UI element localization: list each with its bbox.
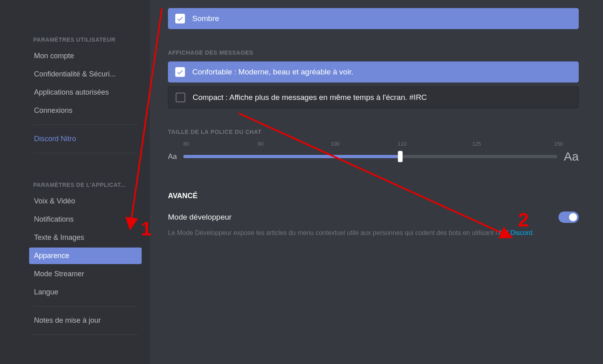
- option-label: Confortable : Moderne, beau et agréable …: [192, 68, 353, 76]
- developer-mode-toggle[interactable]: [558, 212, 579, 223]
- sidebar-item-label: Notes de mise à jour: [34, 316, 101, 324]
- slider-tick: 90: [258, 141, 263, 147]
- section-header-advanced: AVANCÉ: [168, 192, 579, 200]
- developer-mode-description: Le Mode Développeur expose les articles …: [168, 228, 579, 238]
- sidebar-item-changelog[interactable]: Notes de mise à jour: [29, 312, 142, 329]
- sidebar-item-label: Mon compte: [34, 52, 74, 60]
- desc-text: Le Mode Développeur expose les articles …: [168, 229, 498, 236]
- sidebar-item-voice-video[interactable]: Voix & Vidéo: [29, 193, 142, 210]
- developer-mode-label: Mode développeur: [168, 213, 231, 222]
- sidebar-item-label: Mode Streamer: [34, 270, 84, 278]
- message-option-cozy[interactable]: Confortable : Moderne, beau et agréable …: [168, 61, 579, 83]
- sidebar-item-label: Discord Nitro: [34, 135, 76, 143]
- sidebar-item-privacy[interactable]: Confidentialité & Sécuri...: [29, 66, 142, 83]
- sidebar-item-notifications[interactable]: Notifications: [29, 211, 142, 228]
- sidebar-item-nitro[interactable]: Discord Nitro: [29, 131, 142, 147]
- font-preview-small: Aa: [168, 152, 177, 161]
- sidebar-separator: [33, 153, 138, 153]
- toggle-knob: [569, 213, 577, 221]
- sidebar-item-label: Texte & Images: [34, 233, 84, 241]
- section-header-message-display: AFFICHAGE DES MESSAGES: [168, 49, 579, 56]
- sidebar-item-language[interactable]: Langue: [29, 284, 142, 301]
- sidebar-item-label: Applications autorisées: [34, 88, 109, 96]
- sidebar-item-text-images[interactable]: Texte & Images: [29, 229, 142, 246]
- slider-ticks: 80 90 100 110 125 150: [186, 141, 558, 148]
- section-header-font-size: TAILLE DE LA POLICE DU CHAT: [168, 129, 579, 135]
- option-label: Sombre: [192, 14, 219, 23]
- slider-tick: 110: [398, 141, 407, 147]
- slider-tick: 150: [554, 141, 563, 147]
- font-preview-large: Aa: [564, 150, 579, 163]
- font-size-slider-wrap: 80 90 100 110 125 150 Aa Aa: [168, 141, 579, 163]
- sidebar-separator: [33, 306, 138, 307]
- font-size-slider[interactable]: [183, 155, 557, 158]
- slider-thumb[interactable]: [398, 151, 403, 162]
- sidebar-item-streamer-mode[interactable]: Mode Streamer: [29, 266, 142, 282]
- message-option-compact[interactable]: Compact : Affiche plus de messages en mê…: [168, 87, 579, 108]
- sidebar-separator: [33, 334, 138, 335]
- checkmark-icon: [175, 14, 185, 23]
- slider-fill: [183, 155, 400, 158]
- settings-content: Sombre AFFICHAGE DES MESSAGES Confortabl…: [150, 0, 603, 364]
- developer-mode-row: Mode développeur: [168, 212, 579, 223]
- sidebar-item-label: Connexions: [34, 106, 72, 114]
- slider-tick: 100: [331, 141, 340, 147]
- sidebar-item-label: Langue: [34, 288, 58, 296]
- sidebar-item-label: Notifications: [34, 215, 74, 223]
- sidebar-item-connections[interactable]: Connexions: [29, 102, 142, 119]
- sidebar-separator: [33, 125, 138, 125]
- sidebar-item-account[interactable]: Mon compte: [29, 48, 142, 64]
- sidebar-item-label: Apparence: [34, 252, 69, 260]
- sidebar-header-app: PARAMÈTRES DE L'APPLICAT...: [29, 182, 142, 188]
- checkbox-empty-icon: [176, 93, 185, 102]
- sidebar-header-user: PARAMÈTRES UTILISATEUR: [29, 36, 142, 43]
- api-discord-link[interactable]: API Discord: [498, 229, 532, 236]
- settings-sidebar: PARAMÈTRES UTILISATEUR Mon compte Confid…: [0, 0, 150, 364]
- sidebar-item-label: Voix & Vidéo: [34, 197, 75, 205]
- sidebar-item-authorized-apps[interactable]: Applications autorisées: [29, 84, 142, 101]
- sidebar-item-label: Confidentialité & Sécuri...: [34, 70, 116, 78]
- desc-text: .: [532, 229, 534, 236]
- slider-tick: 80: [183, 141, 189, 147]
- theme-option-dark[interactable]: Sombre: [168, 8, 579, 29]
- option-label: Compact : Affiche plus de messages en mê…: [193, 93, 427, 102]
- checkmark-icon: [175, 67, 185, 77]
- sidebar-item-appearance[interactable]: Apparence: [29, 248, 142, 264]
- slider-tick: 125: [472, 141, 481, 147]
